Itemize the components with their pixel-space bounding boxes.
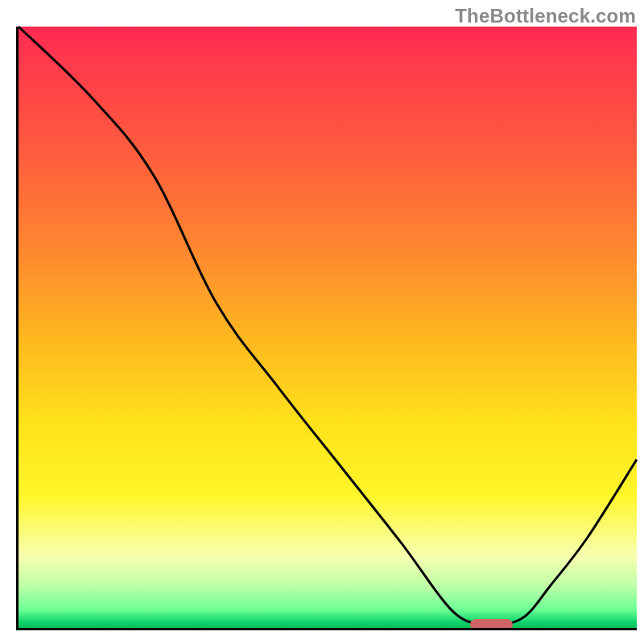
axis-bottom [16, 628, 637, 630]
bottleneck-curve-path [19, 27, 637, 626]
axis-left [16, 27, 19, 630]
bottleneck-curve-svg [19, 27, 637, 628]
watermark-text: TheBottleneck.com [455, 5, 636, 27]
chart-container: TheBottleneck.com [0, 0, 644, 644]
